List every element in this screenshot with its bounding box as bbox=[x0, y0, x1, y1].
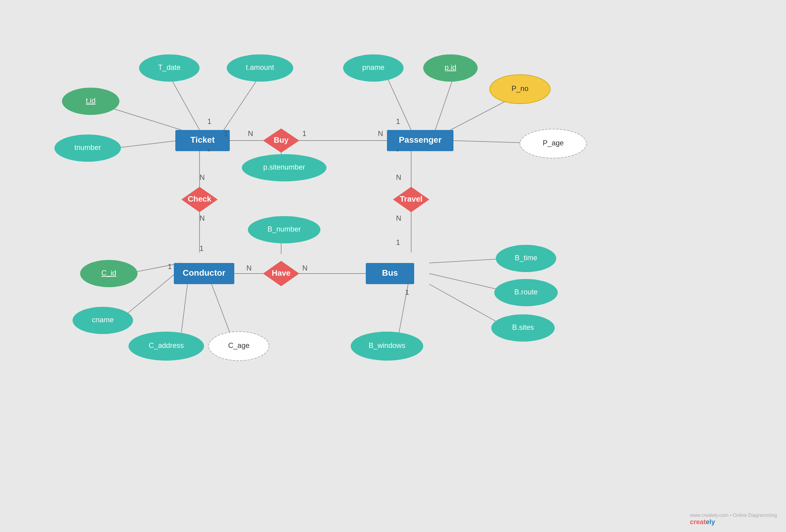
cardinality-check-n-top: N bbox=[200, 173, 205, 181]
cardinality-pass-1: 1 bbox=[396, 117, 400, 125]
er-diagram-canvas: Ticket Passenger Conductor Bus Buy Check… bbox=[0, 0, 786, 532]
b-time-attr-label: B_time bbox=[515, 254, 537, 262]
cardinality-bus-1: 1 bbox=[405, 288, 409, 296]
cardinality-have-n-cond: N bbox=[246, 264, 252, 272]
p-no-attr-label: P_no bbox=[511, 84, 528, 92]
b-number-attr-label: B_number bbox=[268, 225, 301, 233]
p-id-attr-label: p.id bbox=[445, 63, 457, 71]
conductor-entity-label: Conductor bbox=[183, 268, 226, 277]
b-sites-attr-label: B.sites bbox=[512, 323, 534, 331]
p-sitenumber-attr-label: p.sitenumber bbox=[263, 163, 305, 171]
creately-brand: creately bbox=[690, 518, 715, 526]
t-amount-attr-label: t.amount bbox=[246, 63, 274, 71]
cardinality-buy-1-pass: 1 bbox=[302, 130, 306, 138]
cardinality-buy-1-ticket: 1 bbox=[224, 130, 228, 138]
cardinality-travel-n-bot: N bbox=[396, 214, 401, 222]
buy-relation-label: Buy bbox=[274, 135, 289, 144]
check-relation-label: Check bbox=[188, 194, 212, 203]
cardinality-ticket-star: * bbox=[207, 147, 210, 156]
cardinality-ticket-1: 1 bbox=[207, 117, 211, 125]
bus-entity-label: Bus bbox=[382, 268, 398, 277]
cardinality-check-n-bot: N bbox=[200, 214, 205, 222]
cardinality-pass-star: * bbox=[396, 147, 399, 156]
p-age-attr-label: P_age bbox=[542, 139, 563, 147]
t-date-attr-label: T_date bbox=[158, 63, 181, 71]
b-route-attr-label: B.route bbox=[514, 288, 537, 296]
c-address-attr-label: C_address bbox=[149, 341, 184, 349]
cardinality-conductor-1a: 1 bbox=[168, 262, 172, 271]
tnumber-attr-label: tnumber bbox=[74, 143, 101, 152]
ticket-entity-label: Ticket bbox=[190, 135, 215, 144]
c-id-attr-label: C_id bbox=[101, 269, 116, 277]
pname-attr-label: pname bbox=[362, 63, 384, 71]
cardinality-have-n-bus: N bbox=[302, 264, 307, 272]
passenger-entity-label: Passenger bbox=[399, 135, 442, 144]
c-age-attr-label: C_age bbox=[228, 341, 250, 349]
creately-sub-text: www.creately.com • Online Diagramming bbox=[690, 513, 777, 518]
have-relation-label: Have bbox=[272, 269, 291, 277]
travel-relation-label: Travel bbox=[400, 194, 422, 203]
cardinality-buy-n-pass: N bbox=[378, 130, 383, 138]
cardinality-travel-1: 1 bbox=[396, 238, 400, 246]
cardinality-conductor-1b: 1 bbox=[200, 244, 204, 252]
cardinality-travel-n-top: N bbox=[396, 173, 401, 181]
creately-watermark: www.creately.com • Online Diagramming cr… bbox=[690, 513, 777, 526]
cname-attr-label: cname bbox=[92, 316, 114, 324]
b-windows-attr-label: B_windows bbox=[369, 341, 405, 349]
t-id-attr-label: t.id bbox=[86, 96, 95, 105]
cardinality-buy-n-ticket: N bbox=[248, 130, 253, 138]
